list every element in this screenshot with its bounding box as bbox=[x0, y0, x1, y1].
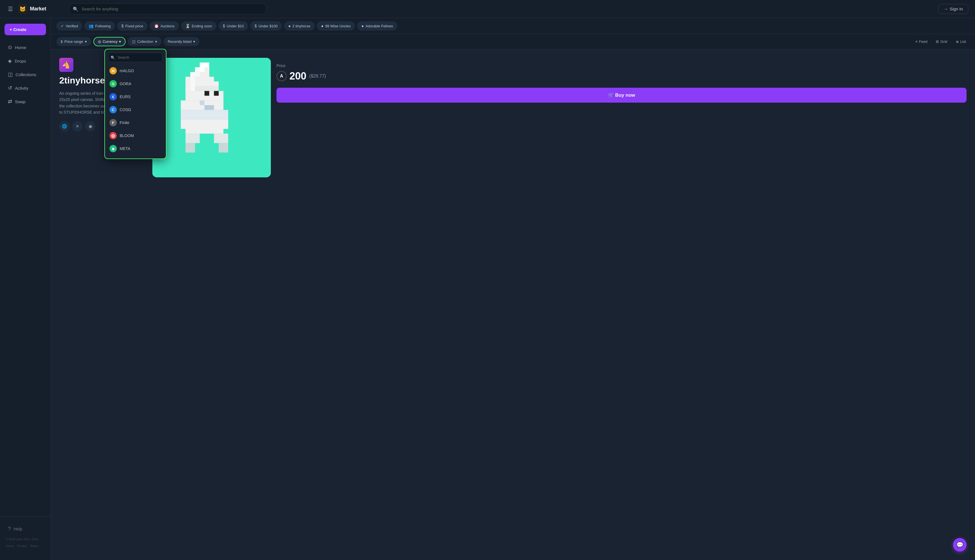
list-view-button[interactable]: ≣ List bbox=[952, 38, 969, 46]
currency-item-eurs[interactable]: € EURS bbox=[105, 90, 166, 103]
status-link[interactable]: Status bbox=[30, 544, 38, 548]
website-link[interactable]: 🌐 bbox=[59, 121, 69, 132]
chat-bubble[interactable]: 💬 bbox=[953, 538, 967, 552]
currency-dropdown-panel: 🔍 M mALGO G GORA € EURS C COSG bbox=[104, 49, 167, 159]
price-row: A 200 ($28.77) bbox=[277, 70, 967, 82]
price-range-dropdown[interactable]: $ Price range ▾ bbox=[57, 37, 91, 46]
filter-bar: ✓ Verified 👥 Following $ Fixed price ⏰ A… bbox=[51, 18, 975, 34]
sidebar-item-label: Activity bbox=[15, 86, 28, 90]
verified-icon: ✓ bbox=[61, 24, 64, 28]
recently-listed-label: Recently listed bbox=[168, 40, 192, 44]
currency-item-cosg[interactable]: C COSG bbox=[105, 103, 166, 116]
malgo-label: mALGO bbox=[120, 68, 134, 73]
gora-label: GORA bbox=[120, 82, 131, 86]
svg-rect-9 bbox=[181, 119, 228, 129]
create-button[interactable]: + Create bbox=[5, 24, 46, 35]
svg-rect-16 bbox=[214, 91, 219, 96]
footer-links: Terms Privacy Status bbox=[0, 543, 50, 549]
privacy-link[interactable]: Privacy bbox=[17, 544, 27, 548]
price-range-icon: $ bbox=[61, 40, 63, 44]
under-10-icon: $ bbox=[223, 24, 225, 28]
filter-chip-99-wise-uncles[interactable]: ● 99 Wise Uncles bbox=[317, 22, 355, 30]
collection-dropdown[interactable]: ◫ Collection ▾ bbox=[128, 37, 161, 46]
filter-chip-fixed-price[interactable]: $ Fixed price bbox=[117, 22, 147, 30]
svg-rect-19 bbox=[195, 67, 200, 77]
terms-link[interactable]: Terms bbox=[6, 544, 14, 548]
sidebar-item-collections[interactable]: ◫ Collections bbox=[2, 68, 48, 81]
logo-area[interactable]: 🐱 Market bbox=[17, 4, 46, 14]
filter-chip-under-10[interactable]: $ Under $10 bbox=[219, 22, 248, 30]
ending-soon-icon: ⌛ bbox=[185, 24, 190, 28]
twitter-link[interactable]: ✕ bbox=[72, 121, 82, 132]
algo-icon: A bbox=[277, 71, 287, 81]
filter-chip-verified[interactable]: ✓ Verified bbox=[57, 22, 82, 30]
grid-label: Grid bbox=[940, 40, 947, 44]
search-input[interactable] bbox=[69, 3, 266, 14]
sidebar-item-label: Help bbox=[13, 527, 22, 531]
svg-rect-23 bbox=[205, 105, 214, 110]
svg-rect-22 bbox=[200, 100, 205, 105]
list-label: List bbox=[960, 40, 966, 44]
filter-chip-ending-soon[interactable]: ⌛ Ending soon bbox=[181, 22, 216, 30]
chip-label: Under $10 bbox=[227, 24, 244, 28]
nft-image-card[interactable] bbox=[152, 58, 271, 177]
chip-label: Under $100 bbox=[259, 24, 277, 28]
collection-avatar-emoji: 🐴 bbox=[62, 61, 70, 69]
2tinyhorse-icon: ● bbox=[288, 24, 290, 28]
list-icon: ≣ bbox=[956, 40, 959, 44]
sidebar-item-label: Collections bbox=[15, 72, 36, 77]
chip-label: 2 tinyhorse bbox=[292, 24, 311, 28]
sidebar-item-label: Drops bbox=[15, 58, 26, 63]
recently-listed-dropdown[interactable]: Recently listed ▾ bbox=[164, 37, 200, 46]
collection-label: Collection bbox=[137, 40, 153, 44]
eurs-icon: € bbox=[109, 93, 117, 100]
svg-rect-12 bbox=[214, 134, 228, 143]
help-icon: ? bbox=[8, 526, 11, 532]
filter-chip-under-100[interactable]: $ Under $100 bbox=[250, 22, 282, 30]
gora-icon: G bbox=[109, 80, 117, 87]
sidebar-item-activity[interactable]: ↺ Activity bbox=[2, 82, 48, 95]
discord-link[interactable]: ◉ bbox=[85, 121, 95, 132]
copyright-text: © EXA Labs SAS, 2024 bbox=[0, 535, 50, 543]
nft-display: Price A 200 ($28.77) 🛒 Buy now bbox=[152, 58, 967, 177]
price-usd: ($28.77) bbox=[309, 73, 326, 79]
sidebar-footer: ? Help © EXA Labs SAS, 2024 Terms Privac… bbox=[0, 517, 50, 554]
filter-chip-adorable-felines[interactable]: ● Adorable Felines bbox=[357, 22, 397, 30]
website-icon: 🌐 bbox=[62, 124, 67, 129]
app-name: Market bbox=[30, 6, 46, 12]
chip-label: Fixed price bbox=[125, 24, 143, 28]
currency-item-gora[interactable]: G GORA bbox=[105, 77, 166, 90]
currency-search-icon: 🔍 bbox=[110, 55, 115, 60]
grid-view-button[interactable]: ⊞ Grid bbox=[932, 38, 951, 46]
sidebar: + Create ⊙ Home ◈ Drops ◫ Collections ↺ … bbox=[0, 18, 51, 560]
currency-search-input[interactable] bbox=[109, 53, 162, 62]
chip-label: Following bbox=[95, 24, 110, 28]
buy-now-button[interactable]: 🛒 Buy now bbox=[277, 88, 967, 103]
sidebar-item-drops[interactable]: ◈ Drops bbox=[2, 54, 48, 67]
feed-label: Feed bbox=[919, 40, 928, 44]
discord-icon: ◉ bbox=[88, 124, 92, 129]
eurs-label: EURS bbox=[120, 95, 130, 99]
filter-chip-2tinyhorse[interactable]: ● 2 tinyhorse bbox=[284, 22, 315, 30]
currency-item-malgo[interactable]: M mALGO bbox=[105, 64, 166, 77]
algo-symbol: A bbox=[280, 73, 283, 79]
sidebar-item-help[interactable]: ? Help bbox=[2, 522, 48, 535]
currency-item-bloom[interactable]: 🌸 BLOOM bbox=[105, 129, 166, 142]
sidebar-item-swap[interactable]: ⇄ Swap bbox=[2, 95, 48, 108]
currency-item-finite[interactable]: F Finite bbox=[105, 116, 166, 129]
currency-dropdown-button[interactable]: ◎ Currency ▾ bbox=[93, 37, 126, 46]
hamburger-button[interactable]: ☰ bbox=[7, 5, 14, 13]
filter-chip-auctions[interactable]: ⏰ Auctions bbox=[150, 22, 179, 30]
view-options: ≡ Feed ⊞ Grid ≣ List bbox=[912, 38, 969, 46]
sign-in-button[interactable]: → Sign In bbox=[938, 4, 968, 14]
filter-chip-following[interactable]: 👥 Following bbox=[84, 22, 115, 30]
navbar: ☰ 🐱 Market 🔍 → Sign In bbox=[0, 0, 975, 18]
activity-icon: ↺ bbox=[8, 85, 12, 91]
sidebar-item-home[interactable]: ⊙ Home bbox=[2, 41, 48, 54]
currency-item-meta[interactable]: ◈ META bbox=[105, 142, 166, 155]
cosg-icon: C bbox=[109, 106, 117, 113]
chip-label: 99 Wise Uncles bbox=[325, 24, 351, 28]
adorable-felines-icon: ● bbox=[361, 24, 364, 28]
feed-view-button[interactable]: ≡ Feed bbox=[912, 38, 931, 46]
currency-icon: ◎ bbox=[98, 40, 101, 44]
